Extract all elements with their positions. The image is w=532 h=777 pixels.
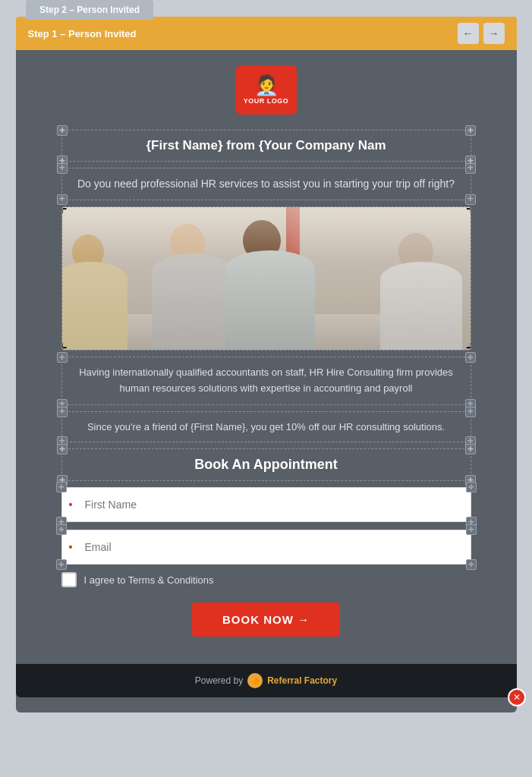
corner-bl-email[interactable]: ✛: [56, 559, 67, 570]
logo-container: 🧑‍💼 YOUR LOGO: [236, 65, 297, 115]
promo-text: Since you're a friend of {First Name}, y…: [87, 421, 445, 433]
logo-text: YOUR LOGO: [244, 97, 289, 105]
terms-checkbox[interactable]: [61, 572, 77, 587]
referral-factory-logo-icon: 🔶: [247, 673, 263, 688]
description-text: Having internationally qualified account…: [79, 366, 453, 394]
main-container: Step 1 – Person Invited ← → 🧑‍💼 YOUR LOG…: [16, 17, 517, 713]
image-block: ✛ ✛: [61, 206, 471, 351]
corner-tr-3[interactable]: ✛: [465, 352, 476, 363]
email-input[interactable]: [61, 530, 471, 565]
appointment-header-block: ✛ ✛ Book An Appointment ✛ ✛: [61, 448, 471, 481]
corner-tl-2[interactable]: ✛: [57, 163, 68, 174]
corner-tr-img[interactable]: ✛: [466, 206, 471, 216]
promo-block: ✛ ✛ Since you're a friend of {First Name…: [61, 411, 471, 443]
nav-back-button[interactable]: ←: [458, 23, 479, 44]
description-block: ✛ ✛ Having internationally qualified acc…: [61, 357, 471, 405]
corner-br-img[interactable]: ✛: [466, 341, 471, 351]
corner-tr-5[interactable]: ✛: [465, 444, 476, 455]
step-header-bar: Step 1 – Person Invited ← →: [16, 17, 517, 50]
nav-forward-button[interactable]: →: [483, 23, 505, 44]
title-block: ✛ ✛ {First Name} from {Your Company Nam …: [61, 130, 471, 162]
content-area: 🧑‍💼 YOUR LOGO ✛ ✛ {First Name} from {You…: [16, 50, 517, 652]
subtitle-block: ✛ ✛ Do you need professional HR services…: [61, 168, 471, 200]
logo-box: 🧑‍💼 YOUR LOGO: [236, 65, 297, 115]
office-photo: [62, 207, 471, 350]
terms-label: I agree to Terms & Conditions: [84, 574, 214, 586]
required-indicator-email: •: [69, 541, 73, 553]
footer-brand-name: Referral Factory: [267, 675, 337, 686]
submit-area: BOOK NOW →: [61, 602, 471, 644]
first-name-wrapper: ✛ • ✛ ✛ ✛: [61, 487, 471, 522]
form-section: ✛ • ✛ ✛ ✛ ✛ • ✛ ✛ ✛ I agree to Terms & C…: [61, 487, 471, 644]
nav-arrows: ← →: [458, 23, 505, 44]
corner-tl-img[interactable]: ✛: [61, 206, 67, 216]
first-name-input[interactable]: [61, 487, 471, 522]
terms-row: I agree to Terms & Conditions: [61, 572, 471, 587]
corner-tr-4[interactable]: ✛: [465, 407, 476, 417]
corner-bl-img[interactable]: ✛: [61, 341, 67, 351]
corner-tr-2[interactable]: ✛: [465, 163, 476, 174]
footer-powered-by: Powered by: [195, 675, 243, 686]
step-header-title: Step 1 – Person Invited: [28, 28, 137, 39]
tab-step2[interactable]: Step 2 – Person Invited: [26, 0, 153, 20]
logo-icon: 🧑‍💼: [254, 75, 279, 95]
book-now-button[interactable]: BOOK NOW →: [192, 602, 340, 637]
corner-tl-email[interactable]: ✛: [56, 524, 67, 535]
corner-tr-email[interactable]: ✛: [466, 524, 477, 535]
title-text: {First Name} from {Your Company Nam: [146, 138, 386, 153]
corner-tl-4[interactable]: ✛: [57, 407, 68, 417]
corner-tr-fname[interactable]: ✛: [466, 482, 477, 492]
corner-tl-3[interactable]: ✛: [57, 352, 68, 363]
corner-tr-1[interactable]: ✛: [465, 125, 476, 136]
required-indicator-fname: •: [69, 499, 73, 511]
corner-br-2[interactable]: ✛: [465, 194, 476, 205]
subtitle-text: Do you need professional HR services to …: [77, 178, 455, 190]
step-tabs: Step 2 – Person Invited: [0, 0, 532, 20]
corner-bl-2[interactable]: ✛: [57, 194, 68, 205]
email-wrapper: ✛ • ✛ ✛ ✛: [61, 530, 471, 565]
corner-br-email[interactable]: ✛: [466, 559, 477, 570]
corner-tl-fname[interactable]: ✛: [56, 482, 67, 492]
close-button[interactable]: ✕: [508, 688, 526, 706]
corner-tl-1[interactable]: ✛: [57, 125, 68, 136]
appointment-header-text: Book An Appointment: [194, 457, 338, 472]
corner-tl-5[interactable]: ✛: [57, 444, 68, 455]
footer: Powered by 🔶 Referral Factory ✕: [16, 664, 517, 697]
